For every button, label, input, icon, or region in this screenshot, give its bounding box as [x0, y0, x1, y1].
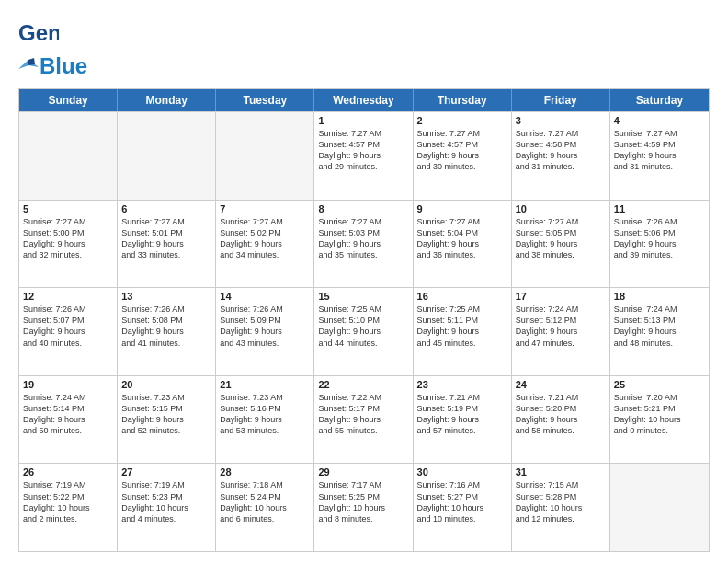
- day-cell-4: 4Sunrise: 7:27 AM Sunset: 4:59 PM Daylig…: [610, 112, 709, 200]
- day-cell-17: 17Sunrise: 7:24 AM Sunset: 5:12 PM Dayli…: [512, 288, 610, 375]
- day-info-5: Sunrise: 7:27 AM Sunset: 5:00 PM Dayligh…: [23, 216, 113, 261]
- day-number-13: 13: [121, 291, 211, 302]
- day-info-21: Sunrise: 7:23 AM Sunset: 5:16 PM Dayligh…: [220, 392, 310, 437]
- weekday-header-thursday: Thursday: [414, 89, 512, 111]
- day-info-14: Sunrise: 7:26 AM Sunset: 5:09 PM Dayligh…: [220, 304, 310, 349]
- day-number-6: 6: [121, 203, 211, 214]
- day-number-28: 28: [220, 466, 310, 477]
- day-number-5: 5: [23, 203, 113, 214]
- day-cell-15: 15Sunrise: 7:25 AM Sunset: 5:10 PM Dayli…: [314, 288, 413, 375]
- calendar-body: 1Sunrise: 7:27 AM Sunset: 4:57 PM Daylig…: [19, 111, 709, 551]
- day-info-13: Sunrise: 7:26 AM Sunset: 5:08 PM Dayligh…: [121, 304, 211, 349]
- day-info-11: Sunrise: 7:26 AM Sunset: 5:06 PM Dayligh…: [614, 216, 705, 261]
- day-cell-1: 1Sunrise: 7:27 AM Sunset: 4:57 PM Daylig…: [314, 112, 413, 200]
- day-cell-16: 16Sunrise: 7:25 AM Sunset: 5:11 PM Dayli…: [414, 288, 512, 375]
- day-cell-11: 11Sunrise: 7:26 AM Sunset: 5:06 PM Dayli…: [610, 201, 709, 288]
- day-info-8: Sunrise: 7:27 AM Sunset: 5:03 PM Dayligh…: [318, 216, 408, 261]
- day-info-29: Sunrise: 7:17 AM Sunset: 5:25 PM Dayligh…: [318, 479, 408, 524]
- day-number-1: 1: [318, 115, 408, 126]
- day-number-12: 12: [23, 291, 113, 302]
- calendar-row-1: 5Sunrise: 7:27 AM Sunset: 5:00 PM Daylig…: [19, 200, 709, 288]
- day-info-17: Sunrise: 7:24 AM Sunset: 5:12 PM Dayligh…: [516, 304, 606, 349]
- empty-cell-0-1: [118, 112, 216, 200]
- day-number-18: 18: [614, 291, 705, 302]
- empty-cell-0-2: [216, 112, 314, 200]
- weekday-header-wednesday: Wednesday: [314, 89, 413, 111]
- svg-marker-2: [28, 58, 35, 65]
- day-number-9: 9: [417, 203, 507, 214]
- day-number-16: 16: [417, 291, 507, 302]
- day-number-20: 20: [121, 379, 211, 390]
- day-cell-26: 26Sunrise: 7:19 AM Sunset: 5:22 PM Dayli…: [19, 464, 118, 551]
- day-number-30: 30: [417, 466, 507, 477]
- day-info-9: Sunrise: 7:27 AM Sunset: 5:04 PM Dayligh…: [417, 216, 507, 261]
- day-number-25: 25: [614, 379, 705, 390]
- day-cell-19: 19Sunrise: 7:24 AM Sunset: 5:14 PM Dayli…: [19, 376, 118, 464]
- day-info-15: Sunrise: 7:25 AM Sunset: 5:10 PM Dayligh…: [318, 304, 408, 349]
- calendar: SundayMondayTuesdayWednesdayThursdayFrid…: [18, 88, 710, 552]
- day-number-17: 17: [516, 291, 606, 302]
- day-number-7: 7: [220, 203, 310, 214]
- day-number-10: 10: [516, 203, 606, 214]
- day-info-12: Sunrise: 7:26 AM Sunset: 5:07 PM Dayligh…: [23, 304, 113, 349]
- day-info-1: Sunrise: 7:27 AM Sunset: 4:57 PM Dayligh…: [318, 128, 408, 173]
- day-cell-18: 18Sunrise: 7:24 AM Sunset: 5:13 PM Dayli…: [610, 288, 709, 375]
- day-info-22: Sunrise: 7:22 AM Sunset: 5:17 PM Dayligh…: [318, 392, 408, 437]
- day-info-23: Sunrise: 7:21 AM Sunset: 5:19 PM Dayligh…: [417, 392, 507, 437]
- calendar-row-0: 1Sunrise: 7:27 AM Sunset: 4:57 PM Daylig…: [19, 111, 709, 200]
- logo-combined: General: [18, 17, 59, 57]
- calendar-row-4: 26Sunrise: 7:19 AM Sunset: 5:22 PM Dayli…: [19, 463, 709, 551]
- day-number-4: 4: [614, 115, 705, 126]
- day-cell-14: 14Sunrise: 7:26 AM Sunset: 5:09 PM Dayli…: [216, 288, 314, 375]
- weekday-header-saturday: Saturday: [610, 89, 709, 111]
- day-info-2: Sunrise: 7:27 AM Sunset: 4:57 PM Dayligh…: [417, 128, 507, 173]
- day-cell-6: 6Sunrise: 7:27 AM Sunset: 5:01 PM Daylig…: [118, 201, 216, 288]
- day-info-18: Sunrise: 7:24 AM Sunset: 5:13 PM Dayligh…: [614, 304, 705, 349]
- day-cell-12: 12Sunrise: 7:26 AM Sunset: 5:07 PM Dayli…: [19, 288, 118, 375]
- day-number-22: 22: [318, 379, 408, 390]
- day-number-2: 2: [417, 115, 507, 126]
- day-number-11: 11: [614, 203, 705, 214]
- day-cell-25: 25Sunrise: 7:20 AM Sunset: 5:21 PM Dayli…: [610, 376, 709, 464]
- day-number-24: 24: [516, 379, 606, 390]
- day-number-19: 19: [23, 379, 113, 390]
- calendar-header: SundayMondayTuesdayWednesdayThursdayFrid…: [19, 89, 709, 111]
- day-info-16: Sunrise: 7:25 AM Sunset: 5:11 PM Dayligh…: [417, 304, 507, 349]
- day-number-15: 15: [318, 291, 408, 302]
- day-info-6: Sunrise: 7:27 AM Sunset: 5:01 PM Dayligh…: [121, 216, 211, 261]
- day-info-7: Sunrise: 7:27 AM Sunset: 5:02 PM Dayligh…: [220, 216, 310, 261]
- weekday-header-friday: Friday: [512, 89, 610, 111]
- day-info-10: Sunrise: 7:27 AM Sunset: 5:05 PM Dayligh…: [516, 216, 606, 261]
- logo-svg-icon: General: [18, 17, 59, 57]
- day-info-30: Sunrise: 7:16 AM Sunset: 5:27 PM Dayligh…: [417, 479, 507, 524]
- day-cell-3: 3Sunrise: 7:27 AM Sunset: 4:58 PM Daylig…: [512, 112, 610, 200]
- day-info-28: Sunrise: 7:18 AM Sunset: 5:24 PM Dayligh…: [220, 479, 310, 524]
- day-number-29: 29: [318, 466, 408, 477]
- day-info-31: Sunrise: 7:15 AM Sunset: 5:28 PM Dayligh…: [516, 479, 606, 524]
- day-cell-10: 10Sunrise: 7:27 AM Sunset: 5:05 PM Dayli…: [512, 201, 610, 288]
- logo-bird-icon: [18, 58, 39, 75]
- day-number-8: 8: [318, 203, 408, 214]
- day-number-26: 26: [23, 466, 113, 477]
- weekday-header-tuesday: Tuesday: [216, 89, 314, 111]
- day-info-27: Sunrise: 7:19 AM Sunset: 5:23 PM Dayligh…: [121, 479, 211, 524]
- day-cell-21: 21Sunrise: 7:23 AM Sunset: 5:16 PM Dayli…: [216, 376, 314, 464]
- page: General Blue SundayMondayTuesdayWednesda…: [0, 0, 728, 563]
- day-cell-13: 13Sunrise: 7:26 AM Sunset: 5:08 PM Dayli…: [118, 288, 216, 375]
- svg-text:General: General: [18, 20, 59, 45]
- day-info-4: Sunrise: 7:27 AM Sunset: 4:59 PM Dayligh…: [614, 128, 705, 173]
- day-info-3: Sunrise: 7:27 AM Sunset: 4:58 PM Dayligh…: [516, 128, 606, 173]
- day-cell-31: 31Sunrise: 7:15 AM Sunset: 5:28 PM Dayli…: [512, 464, 610, 551]
- logo-row2: Blue: [18, 53, 87, 79]
- empty-cell-0-0: [19, 112, 118, 200]
- day-cell-29: 29Sunrise: 7:17 AM Sunset: 5:25 PM Dayli…: [314, 464, 413, 551]
- day-cell-28: 28Sunrise: 7:18 AM Sunset: 5:24 PM Dayli…: [216, 464, 314, 551]
- day-cell-27: 27Sunrise: 7:19 AM Sunset: 5:23 PM Dayli…: [118, 464, 216, 551]
- empty-cell-4-6: [610, 464, 709, 551]
- day-cell-8: 8Sunrise: 7:27 AM Sunset: 5:03 PM Daylig…: [314, 201, 413, 288]
- day-cell-2: 2Sunrise: 7:27 AM Sunset: 4:57 PM Daylig…: [414, 112, 512, 200]
- day-number-27: 27: [121, 466, 211, 477]
- weekday-header-monday: Monday: [118, 89, 216, 111]
- day-number-3: 3: [516, 115, 606, 126]
- logo-blue-label: Blue: [40, 53, 87, 79]
